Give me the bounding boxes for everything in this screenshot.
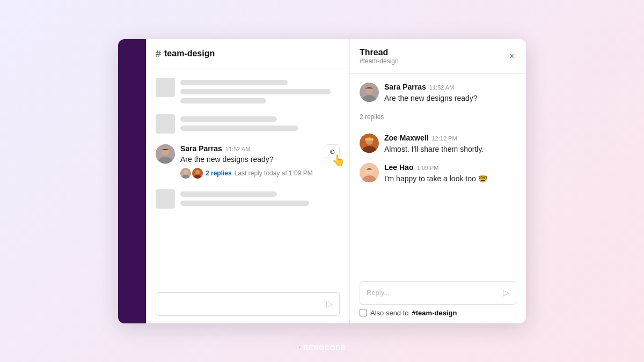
thread-send-icon[interactable]: ▷ [503, 287, 509, 298]
skeleton-message-3 [156, 189, 340, 209]
sara-msg-text: Are the new designs ready? [180, 154, 340, 165]
sara-msg-author: Sara Parras [180, 144, 222, 153]
thread-zoe-avatar [360, 134, 379, 153]
brand-footer: · BENOCODE [298, 343, 346, 352]
skeleton-line [180, 116, 277, 122]
thread-replies-divider: 2 replies [360, 112, 516, 125]
thread-msg-lee: Lee Hao 1:09 PM I'm happy to take a look… [360, 163, 516, 184]
skeleton-avatar-2 [156, 114, 175, 134]
channel-input-box[interactable]: ▷ [156, 292, 340, 316]
thread-messages: Sara Parras 11:52 AM Are the new designs… [350, 74, 526, 276]
thread-panel: Thread #team-design × Sara Pa [350, 39, 526, 323]
thread-input-box[interactable]: Reply... ▷ [360, 281, 516, 305]
skeleton-lines-3 [180, 189, 340, 206]
skeleton-message-2 [156, 114, 340, 134]
app-window: # team-design [118, 39, 526, 323]
thread-lee-time: 1:09 PM [416, 165, 438, 171]
thread-sara-author: Sara Parras [384, 83, 426, 91]
channel-name: team-design [164, 49, 215, 58]
reply-avatar-1 [180, 168, 191, 179]
sara-avatar [156, 144, 175, 164]
thread-channel-label: #team-design [360, 57, 399, 65]
thread-zoe-text: Almost. I'll share them shortly. [384, 144, 516, 154]
channel-hash-icon: # [156, 48, 161, 60]
skeleton-message-1 [156, 78, 340, 104]
thread-input-placeholder: Reply... [367, 289, 390, 297]
thread-zoe-author: Zoe Maxwell [384, 134, 428, 142]
thread-sara-avatar [360, 83, 379, 102]
svg-point-5 [184, 170, 188, 174]
reply-last: Last reply today at 1:09 PM [235, 169, 313, 177]
thread-title-block: Thread #team-design [360, 48, 399, 65]
thread-sara-body: Sara Parras 11:52 AM Are the new designs… [384, 83, 516, 104]
sara-msg-meta: Sara Parras 11:52 AM [180, 144, 340, 153]
also-send-checkbox[interactable] [360, 309, 367, 316]
skeleton-line [180, 89, 331, 94]
also-send-row: Also send to #team-design [360, 309, 516, 317]
skeleton-avatar-3 [156, 189, 175, 209]
brand-dot: · [298, 343, 301, 352]
skeleton-line [180, 98, 266, 104]
channel-messages: Sara Parras 11:52 AM Are the new designs… [146, 69, 349, 287]
thread-zoe-time: 12:12 PM [431, 135, 457, 142]
svg-point-18 [365, 167, 373, 174]
thread-lee-avatar [360, 163, 379, 182]
skeleton-lines-1 [180, 78, 340, 104]
also-send-prefix: Also send to [370, 309, 409, 317]
skeleton-line [180, 191, 277, 197]
sidebar [118, 39, 146, 323]
svg-rect-16 [365, 138, 374, 141]
channel-send-icon[interactable]: ▷ [326, 299, 333, 309]
thread-lee-text: I'm happy to take a look too 🤓 [384, 173, 516, 184]
thread-lee-author: Lee Hao [384, 163, 413, 172]
thread-msg-sara: Sara Parras 11:52 AM Are the new designs… [360, 83, 516, 104]
reply-avatars [180, 168, 203, 179]
reply-avatar-2 [192, 168, 203, 179]
sara-msg-body: Sara Parras 11:52 AM Are the new designs… [180, 144, 340, 179]
channel-area: # team-design [146, 39, 350, 323]
reply-count[interactable]: 2 replies [206, 169, 232, 177]
thread-input-area: Reply... ▷ Also send to #team-design [350, 276, 526, 323]
svg-point-8 [195, 170, 200, 174]
skeleton-avatar-1 [156, 78, 175, 97]
skeleton-line [180, 125, 298, 131]
brand-label: BENOCODE [303, 344, 346, 352]
thread-zoe-body: Zoe Maxwell 12:12 PM Almost. I'll share … [384, 134, 516, 154]
thread-close-button[interactable]: × [507, 49, 516, 63]
skeleton-line [180, 80, 288, 85]
thread-lee-body: Lee Hao 1:09 PM I'm happy to take a look… [384, 163, 516, 184]
skeleton-lines-2 [180, 114, 340, 131]
thread-sara-text: Are the new designs ready? [384, 93, 516, 104]
cursor-hand-icon: 👆 [332, 154, 345, 167]
thread-sara-meta: Sara Parras 11:52 AM [384, 83, 516, 91]
thread-msg-zoe: Zoe Maxwell 12:12 PM Almost. I'll share … [360, 134, 516, 154]
thread-lee-meta: Lee Hao 1:09 PM [384, 163, 516, 172]
sara-msg-time: 11:52 AM [225, 146, 250, 152]
channel-header: # team-design [146, 39, 349, 69]
channel-input-area: ▷ [146, 287, 349, 323]
thread-title: Thread [360, 48, 399, 57]
thread-zoe-meta: Zoe Maxwell 12:12 PM [384, 134, 516, 142]
thread-header: Thread #team-design × [350, 39, 526, 74]
thread-sara-time: 11:52 AM [429, 84, 454, 91]
sara-message: Sara Parras 11:52 AM Are the new designs… [156, 144, 340, 179]
skeleton-line [180, 201, 309, 206]
sara-msg-replies[interactable]: 2 replies Last reply today at 1:09 PM [180, 168, 340, 179]
also-send-channel: #team-design [412, 309, 457, 317]
